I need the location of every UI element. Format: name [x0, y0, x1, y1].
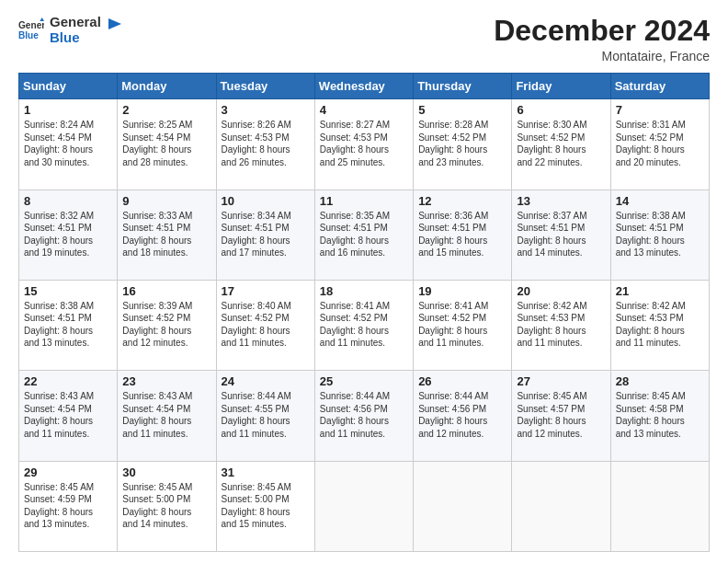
logo-blue: Blue	[50, 30, 101, 46]
calendar-cell: 22Sunrise: 8:43 AMSunset: 4:54 PMDayligh…	[19, 371, 118, 461]
day-number: 10	[222, 194, 310, 208]
calendar-cell: 2Sunrise: 8:25 AMSunset: 4:54 PMDaylight…	[118, 99, 216, 190]
calendar-cell: 19Sunrise: 8:41 AMSunset: 4:52 PMDayligh…	[414, 280, 512, 370]
day-of-week-header: Monday	[118, 74, 216, 99]
day-number: 23	[122, 374, 210, 388]
day-info: Sunrise: 8:25 AMSunset: 4:54 PMDaylight:…	[122, 119, 210, 168]
calendar-week-row: 1Sunrise: 8:24 AMSunset: 4:54 PMDaylight…	[19, 99, 710, 190]
calendar-cell: 31Sunrise: 8:45 AMSunset: 5:00 PMDayligh…	[216, 461, 314, 551]
day-number: 28	[616, 374, 704, 388]
calendar-cell: 20Sunrise: 8:42 AMSunset: 4:53 PMDayligh…	[512, 280, 610, 370]
day-info: Sunrise: 8:44 AMSunset: 4:56 PMDaylight:…	[418, 390, 506, 440]
logo: General Blue General Blue	[18, 15, 123, 45]
day-of-week-header: Tuesday	[216, 74, 314, 99]
day-of-week-header: Wednesday	[314, 74, 413, 99]
calendar-week-row: 29Sunrise: 8:45 AMSunset: 4:59 PMDayligh…	[19, 461, 710, 551]
day-info: Sunrise: 8:36 AMSunset: 4:51 PMDaylight:…	[418, 210, 506, 259]
day-info: Sunrise: 8:32 AMSunset: 4:51 PMDaylight:…	[24, 210, 112, 259]
day-number: 26	[418, 374, 506, 388]
calendar-cell: 28Sunrise: 8:45 AMSunset: 4:58 PMDayligh…	[610, 371, 709, 461]
svg-marker-3	[108, 18, 121, 29]
calendar-cell: 14Sunrise: 8:38 AMSunset: 4:51 PMDayligh…	[610, 190, 709, 280]
calendar-cell	[314, 461, 413, 551]
calendar-cell: 26Sunrise: 8:44 AMSunset: 4:56 PMDayligh…	[414, 371, 512, 461]
calendar-cell: 24Sunrise: 8:44 AMSunset: 4:55 PMDayligh…	[216, 371, 314, 461]
day-info: Sunrise: 8:27 AMSunset: 4:53 PMDaylight:…	[320, 119, 408, 168]
calendar-cell: 4Sunrise: 8:27 AMSunset: 4:53 PMDaylight…	[314, 99, 413, 190]
logo-flag-icon	[107, 17, 123, 34]
svg-marker-2	[40, 17, 44, 21]
day-number: 7	[616, 103, 704, 117]
calendar-week-row: 22Sunrise: 8:43 AMSunset: 4:54 PMDayligh…	[19, 371, 710, 461]
day-info: Sunrise: 8:42 AMSunset: 4:53 PMDaylight:…	[517, 300, 605, 350]
page-header: General Blue General Blue December 2024 …	[18, 15, 710, 63]
calendar-cell: 6Sunrise: 8:30 AMSunset: 4:52 PMDaylight…	[512, 99, 610, 190]
day-info: Sunrise: 8:41 AMSunset: 4:52 PMDaylight:…	[418, 300, 506, 350]
day-number: 18	[320, 284, 408, 298]
calendar-cell	[512, 461, 610, 551]
day-info: Sunrise: 8:28 AMSunset: 4:52 PMDaylight:…	[418, 119, 506, 168]
day-number: 12	[418, 194, 506, 208]
day-number: 19	[418, 284, 506, 298]
calendar-header-row: SundayMondayTuesdayWednesdayThursdayFrid…	[19, 74, 710, 99]
day-info: Sunrise: 8:40 AMSunset: 4:52 PMDaylight:…	[222, 300, 310, 350]
calendar-cell	[610, 461, 709, 551]
day-info: Sunrise: 8:45 AMSunset: 4:57 PMDaylight:…	[517, 390, 605, 440]
svg-text:Blue: Blue	[18, 30, 39, 40]
logo-icon: General Blue	[18, 17, 44, 43]
calendar-cell: 1Sunrise: 8:24 AMSunset: 4:54 PMDaylight…	[19, 99, 118, 190]
day-number: 16	[122, 284, 210, 298]
day-info: Sunrise: 8:31 AMSunset: 4:52 PMDaylight:…	[616, 119, 704, 168]
day-info: Sunrise: 8:44 AMSunset: 4:55 PMDaylight:…	[222, 390, 310, 440]
day-number: 13	[517, 194, 605, 208]
day-number: 5	[418, 103, 506, 117]
day-number: 1	[24, 103, 112, 117]
day-info: Sunrise: 8:43 AMSunset: 4:54 PMDaylight:…	[122, 390, 210, 440]
day-of-week-header: Saturday	[610, 74, 709, 99]
day-of-week-header: Thursday	[414, 74, 512, 99]
day-info: Sunrise: 8:38 AMSunset: 4:51 PMDaylight:…	[616, 210, 704, 259]
day-number: 25	[320, 374, 408, 388]
day-info: Sunrise: 8:45 AMSunset: 5:00 PMDaylight:…	[122, 481, 210, 531]
calendar-cell: 16Sunrise: 8:39 AMSunset: 4:52 PMDayligh…	[118, 280, 216, 370]
calendar-cell: 15Sunrise: 8:38 AMSunset: 4:51 PMDayligh…	[19, 280, 118, 370]
calendar-week-row: 15Sunrise: 8:38 AMSunset: 4:51 PMDayligh…	[19, 280, 710, 370]
day-number: 22	[24, 374, 112, 388]
day-number: 9	[122, 194, 210, 208]
calendar-cell	[414, 461, 512, 551]
day-number: 17	[222, 284, 310, 298]
day-number: 2	[122, 103, 210, 117]
day-number: 24	[222, 374, 310, 388]
day-info: Sunrise: 8:42 AMSunset: 4:53 PMDaylight:…	[616, 300, 704, 350]
calendar-cell: 17Sunrise: 8:40 AMSunset: 4:52 PMDayligh…	[216, 280, 314, 370]
calendar-cell: 21Sunrise: 8:42 AMSunset: 4:53 PMDayligh…	[610, 280, 709, 370]
calendar-cell: 18Sunrise: 8:41 AMSunset: 4:52 PMDayligh…	[314, 280, 413, 370]
day-of-week-header: Friday	[512, 74, 610, 99]
calendar-cell: 13Sunrise: 8:37 AMSunset: 4:51 PMDayligh…	[512, 190, 610, 280]
day-number: 8	[24, 194, 112, 208]
day-number: 31	[222, 465, 310, 479]
day-info: Sunrise: 8:35 AMSunset: 4:51 PMDaylight:…	[320, 210, 408, 259]
day-info: Sunrise: 8:30 AMSunset: 4:52 PMDaylight:…	[517, 119, 605, 168]
day-number: 30	[122, 465, 210, 479]
calendar-cell: 8Sunrise: 8:32 AMSunset: 4:51 PMDaylight…	[19, 190, 118, 280]
calendar-cell: 10Sunrise: 8:34 AMSunset: 4:51 PMDayligh…	[216, 190, 314, 280]
day-number: 14	[616, 194, 704, 208]
day-number: 21	[616, 284, 704, 298]
calendar-table: SundayMondayTuesdayWednesdayThursdayFrid…	[18, 73, 710, 552]
day-info: Sunrise: 8:45 AMSunset: 4:59 PMDaylight:…	[24, 481, 112, 531]
calendar-cell: 5Sunrise: 8:28 AMSunset: 4:52 PMDaylight…	[414, 99, 512, 190]
day-info: Sunrise: 8:43 AMSunset: 4:54 PMDaylight:…	[24, 390, 112, 440]
month-title: December 2024	[494, 15, 710, 47]
calendar-cell: 23Sunrise: 8:43 AMSunset: 4:54 PMDayligh…	[118, 371, 216, 461]
day-info: Sunrise: 8:38 AMSunset: 4:51 PMDaylight:…	[24, 300, 112, 350]
calendar-week-row: 8Sunrise: 8:32 AMSunset: 4:51 PMDaylight…	[19, 190, 710, 280]
calendar-cell: 9Sunrise: 8:33 AMSunset: 4:51 PMDaylight…	[118, 190, 216, 280]
day-number: 3	[222, 103, 310, 117]
day-number: 20	[517, 284, 605, 298]
calendar-cell: 3Sunrise: 8:26 AMSunset: 4:53 PMDaylight…	[216, 99, 314, 190]
day-number: 4	[320, 103, 408, 117]
logo-general: General	[50, 15, 101, 30]
day-info: Sunrise: 8:37 AMSunset: 4:51 PMDaylight:…	[517, 210, 605, 259]
location: Montataire, France	[494, 49, 710, 63]
